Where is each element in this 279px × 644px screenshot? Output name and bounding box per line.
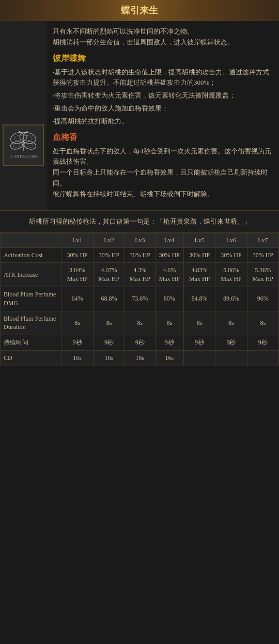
table-cell [215, 351, 247, 366]
row-label: 持续时间 [1, 335, 61, 351]
table-cell: 16s [93, 351, 125, 366]
table-cell: 9秒 [247, 335, 278, 351]
svg-point-11 [23, 134, 33, 142]
table-cell: 84.8% [183, 287, 215, 311]
col-header-lv7: Lv7 [247, 233, 278, 247]
table-cell: 30% HP [93, 247, 125, 263]
svg-point-7 [19, 131, 20, 133]
table-cell: 8s [247, 311, 278, 335]
table-row: Blood Plum Perfume Duration8s8s8s8s8s8s8… [1, 311, 279, 335]
table-row: ATK Increase3.84% Max HP4.07% Max HP4.3%… [1, 263, 279, 287]
table-cell: 8s [155, 311, 183, 335]
table-cell: 68.8% [93, 287, 125, 311]
table-cell: 3.84% Max HP [61, 263, 93, 287]
stats-table: Lv1 Lv2 Lv3 Lv4 Lv5 Lv6 Lv7 Activation C… [0, 233, 279, 366]
svg-point-10 [13, 143, 20, 148]
table-cell: 4.3% Max HP [125, 263, 155, 287]
table-row: Blood Plum Perfume DMG64%68.8%73.6%80%84… [1, 287, 279, 311]
table-cell: 30% HP [125, 247, 155, 263]
table-cell: 9秒 [93, 335, 125, 351]
svg-point-9 [14, 134, 24, 142]
col-header-lv4: Lv4 [155, 233, 183, 247]
section1-title: 彼岸蝶舞 [53, 53, 273, 64]
butterfly-icon [8, 131, 39, 152]
col-header-lv2: Lv2 [93, 233, 125, 247]
skill-icon-box: G-HHW.COM [3, 124, 44, 166]
row-label: ATK Increase [1, 263, 61, 287]
table-cell: 9秒 [183, 335, 215, 351]
table-cell: 16s [61, 351, 93, 366]
bullet-item: ·基于进入该状态时胡桃的生命值上限，提高胡桃的攻击力。通过这种方式获得的攻击力提… [53, 67, 273, 89]
col-header-lv1: Lv1 [61, 233, 93, 247]
bullet-item: ·将攻击伤害转变为火元素伤害，该元素转化无法被附魔覆盖； [53, 90, 273, 101]
table-cell: 8s [93, 311, 125, 335]
table-row: CD16s16s16s16s [1, 351, 279, 366]
table-cell: 30% HP [155, 247, 183, 263]
skill-description: 只有永不间断的烈焰可以洗净世间的不净之物。 胡桃消耗一部分生命值，击退周围敌人，… [53, 26, 273, 48]
quote-section: 胡桃所习得的秘传枪法，其口诀第一句是：「枪开黄泉路，蝶引来世桥。」 [0, 210, 279, 233]
table-cell: 30% HP [61, 247, 93, 263]
table-cell: 9秒 [215, 335, 247, 351]
row-label: Blood Plum Perfume DMG [1, 287, 61, 311]
table-cell: 4.83% Max HP [183, 263, 215, 287]
table-cell: 73.6% [125, 287, 155, 311]
table-cell: 9秒 [125, 335, 155, 351]
table-cell: 9秒 [155, 335, 183, 351]
table-cell: 16s [125, 351, 155, 366]
skill-icon-column: G-HHW.COM [0, 21, 47, 210]
row-label: Blood Plum Perfume Duration [1, 311, 61, 335]
table-cell: 96% [247, 287, 278, 311]
table-row: 持续时间9秒9秒9秒9秒9秒9秒9秒 [1, 335, 279, 351]
table-cell: 8s [215, 311, 247, 335]
table-cell: 89.6% [215, 287, 247, 311]
table-cell: 5.36% Max HP [247, 263, 278, 287]
svg-point-12 [27, 143, 34, 148]
stats-table-wrapper[interactable]: Lv1 Lv2 Lv3 Lv4 Lv5 Lv6 Lv7 Activation C… [0, 233, 279, 366]
table-cell: 30% HP [183, 247, 215, 263]
table-cell: 9秒 [61, 335, 93, 351]
col-header-lv6: Lv6 [215, 233, 247, 247]
table-cell: 4.6% Max HP [155, 263, 183, 287]
section2-description: 处于血梅香状态下的敌人，每4秒会受到一次火元素伤害。这个伤害视为元素战技伤害。 … [53, 146, 273, 200]
table-cell: 8s [183, 311, 215, 335]
table-cell: 4.07% Max HP [93, 263, 125, 287]
col-header-lv3: Lv3 [125, 233, 155, 247]
bullet-item: ·重击会为命中的敌人施加血梅香效果； [53, 103, 273, 114]
table-header-row: Lv1 Lv2 Lv3 Lv4 Lv5 Lv6 Lv7 [1, 233, 279, 247]
col-header-lv5: Lv5 [183, 233, 215, 247]
svg-point-8 [26, 131, 28, 133]
table-cell: 80% [155, 287, 183, 311]
table-cell: 16s [155, 351, 183, 366]
table-cell [183, 351, 215, 366]
table-cell: 8s [61, 311, 93, 335]
section1-bullets: ·基于进入该状态时胡桃的生命值上限，提高胡桃的攻击力。通过这种方式获得的攻击力提… [53, 67, 273, 127]
table-cell [247, 351, 278, 366]
table-row: Activation Cost30% HP30% HP30% HP30% HP3… [1, 247, 279, 263]
skill-text-column: 只有永不间断的烈焰可以洗净世间的不净之物。 胡桃消耗一部分生命值，击退周围敌人，… [47, 21, 279, 210]
skill-title: 蝶引来生 [0, 0, 279, 21]
table-cell: 30% HP [215, 247, 247, 263]
table-cell: 5.06% Max HP [215, 263, 247, 287]
row-label: Activation Cost [1, 247, 61, 263]
quote-text: 胡桃所习得的秘传枪法，其口诀第一句是：「枪开黄泉路，蝶引来世桥。」 [29, 217, 251, 225]
col-header-label [1, 233, 61, 247]
table-cell: 8s [125, 311, 155, 335]
table-cell: 64% [61, 287, 93, 311]
section2-title: 血梅香 [53, 132, 273, 143]
table-cell: 30% HP [247, 247, 278, 263]
row-label: CD [1, 351, 61, 366]
bullet-item: ·提高胡桃的抗打断能力。 [53, 116, 273, 127]
watermark-text: G-HHW.COM [10, 154, 37, 159]
